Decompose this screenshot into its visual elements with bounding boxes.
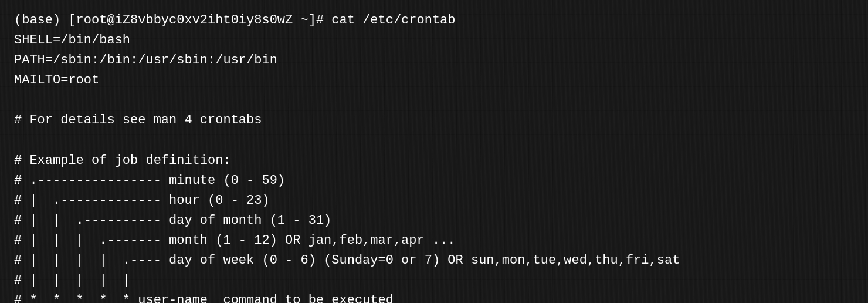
terminal-line: # | | | .------- month (1 - 12) OR jan,f… [14, 231, 854, 251]
terminal-line: # For details see man 4 crontabs [14, 110, 854, 130]
terminal-line: PATH=/sbin:/bin:/usr/sbin:/usr/bin [14, 51, 854, 70]
empty-line [14, 90, 854, 110]
empty-line [14, 131, 854, 151]
terminal-line: # | | | | .---- day of week (0 - 6) (Sun… [14, 251, 854, 271]
terminal-line: SHELL=/bin/bash [14, 31, 854, 51]
terminal-line: # * * * * * user-name command to be exec… [14, 291, 854, 303]
terminal-output: (base) [root@iZ8vbbyc0xv2iht0iy8s0wZ ~]#… [14, 11, 854, 303]
terminal-line: # | | | | | [14, 271, 854, 291]
terminal-line: # | | .---------- day of month (1 - 31) [14, 211, 854, 231]
terminal-line: (base) [root@iZ8vbbyc0xv2iht0iy8s0wZ ~]#… [14, 11, 854, 31]
terminal-line: # .---------------- minute (0 - 59) [14, 171, 854, 191]
terminal-line: # Example of job definition: [14, 151, 854, 171]
terminal-line: MAILTO=root [14, 70, 854, 90]
terminal-line: # | .------------- hour (0 - 23) [14, 191, 854, 211]
